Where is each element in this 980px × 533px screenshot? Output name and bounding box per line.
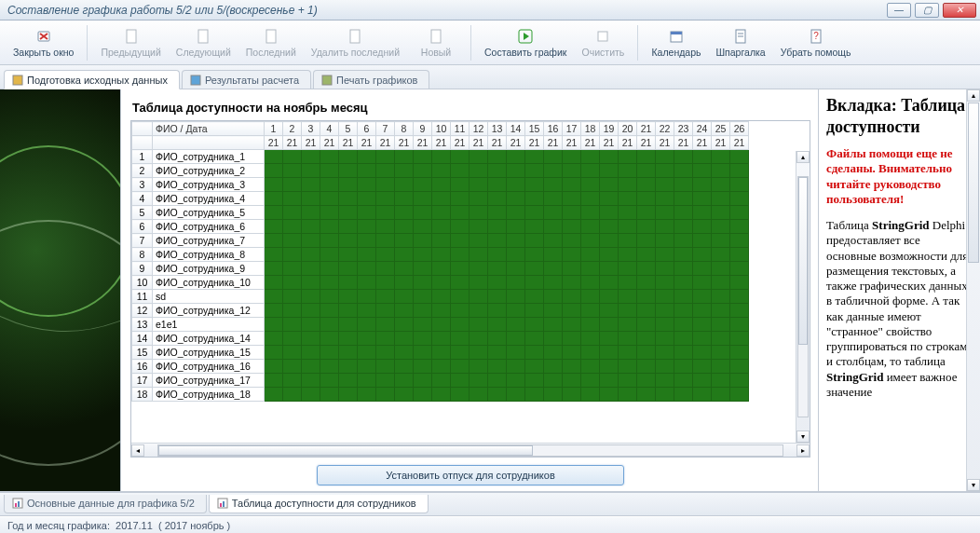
availability-cell[interactable] [488,276,507,290]
availability-cell[interactable] [376,178,395,192]
grid-header-day[interactable]: 3 [302,122,320,136]
fio-cell[interactable]: ФИО_сотрудника_17 [153,374,265,388]
availability-cell[interactable] [712,220,730,234]
availability-cell[interactable] [656,360,674,374]
availability-cell[interactable] [302,178,320,192]
availability-cell[interactable] [376,374,395,388]
availability-cell[interactable] [637,262,656,276]
grid-header-day[interactable]: 22 [656,122,674,136]
availability-cell[interactable] [619,178,637,192]
availability-cell[interactable] [470,220,488,234]
availability-cell[interactable] [619,206,637,220]
availability-cell[interactable] [339,150,358,164]
availability-cell[interactable] [693,178,712,192]
fio-cell[interactable]: ФИО_сотрудника_6 [153,220,265,234]
availability-cell[interactable] [302,304,320,318]
table-row[interactable]: 7ФИО_сотрудника_7 [132,234,749,248]
availability-cell[interactable] [507,346,525,360]
availability-cell[interactable] [470,360,488,374]
availability-cell[interactable] [470,276,488,290]
availability-cell[interactable] [432,178,451,192]
availability-cell[interactable] [637,150,656,164]
scroll-down-icon[interactable]: ▾ [796,430,810,443]
availability-cell[interactable] [265,178,283,192]
availability-cell[interactable] [507,262,525,276]
availability-cell[interactable] [674,360,693,374]
availability-cell[interactable] [730,374,749,388]
availability-cell[interactable] [674,304,693,318]
availability-cell[interactable] [563,276,581,290]
availability-cell[interactable] [414,206,432,220]
availability-cell[interactable] [544,150,563,164]
availability-cell[interactable] [320,150,339,164]
grid-header-day[interactable]: 17 [563,122,581,136]
availability-cell[interactable] [320,304,339,318]
availability-cell[interactable] [283,304,302,318]
availability-cell[interactable] [265,318,283,332]
fio-cell[interactable]: ФИО_сотрудника_12 [153,304,265,318]
table-row[interactable]: 3ФИО_сотрудника_3 [132,178,749,192]
availability-cell[interactable] [488,374,507,388]
availability-cell[interactable] [544,164,563,178]
availability-cell[interactable] [414,220,432,234]
table-row[interactable]: 4ФИО_сотрудника_4 [132,192,749,206]
availability-cell[interactable] [656,150,674,164]
availability-cell[interactable] [730,178,749,192]
availability-cell[interactable] [283,360,302,374]
availability-cell[interactable] [712,276,730,290]
availability-cell[interactable] [488,248,507,262]
availability-cell[interactable] [432,290,451,304]
availability-cell[interactable] [470,332,488,346]
availability-cell[interactable] [563,192,581,206]
availability-cell[interactable] [544,220,563,234]
availability-cell[interactable] [563,374,581,388]
availability-cell[interactable] [656,374,674,388]
availability-cell[interactable] [730,318,749,332]
fio-cell[interactable]: sd [153,290,265,304]
availability-cell[interactable] [712,290,730,304]
availability-cell[interactable] [656,248,674,262]
grid-header-day[interactable]: 16 [544,122,563,136]
availability-cell[interactable] [414,262,432,276]
availability-cell[interactable] [637,178,656,192]
availability-cell[interactable] [451,360,470,374]
scroll-right-icon[interactable]: ▸ [796,444,810,457]
table-row[interactable]: 11sd [132,290,749,304]
availability-cell[interactable] [581,304,600,318]
availability-cell[interactable] [432,318,451,332]
availability-cell[interactable] [358,248,376,262]
availability-cell[interactable] [637,318,656,332]
availability-cell[interactable] [507,178,525,192]
availability-cell[interactable] [525,192,544,206]
availability-cell[interactable] [376,150,395,164]
availability-cell[interactable] [637,164,656,178]
availability-cell[interactable] [265,360,283,374]
availability-cell[interactable] [544,346,563,360]
availability-cell[interactable] [525,332,544,346]
availability-cell[interactable] [656,318,674,332]
grid-header-day[interactable]: 1 [265,122,283,136]
availability-cell[interactable] [451,276,470,290]
table-row[interactable]: 17ФИО_сотрудника_17 [132,374,749,388]
availability-cell[interactable] [414,374,432,388]
availability-cell[interactable] [581,332,600,346]
availability-cell[interactable] [581,262,600,276]
availability-cell[interactable] [563,346,581,360]
availability-cell[interactable] [488,332,507,346]
availability-cell[interactable] [451,178,470,192]
availability-cell[interactable] [488,346,507,360]
availability-cell[interactable] [414,318,432,332]
availability-cell[interactable] [619,262,637,276]
availability-cell[interactable] [283,178,302,192]
availability-cell[interactable] [432,360,451,374]
availability-cell[interactable] [507,360,525,374]
availability-cell[interactable] [302,290,320,304]
table-row[interactable]: 18ФИО_сотрудника_18 [132,388,749,402]
next-button[interactable]: Следующий [170,23,237,62]
availability-cell[interactable] [488,234,507,248]
availability-cell[interactable] [395,192,414,206]
availability-cell[interactable] [376,290,395,304]
grid-header-day[interactable]: 9 [414,122,432,136]
availability-cell[interactable] [507,248,525,262]
table-row[interactable]: 2ФИО_сотрудника_2 [132,164,749,178]
